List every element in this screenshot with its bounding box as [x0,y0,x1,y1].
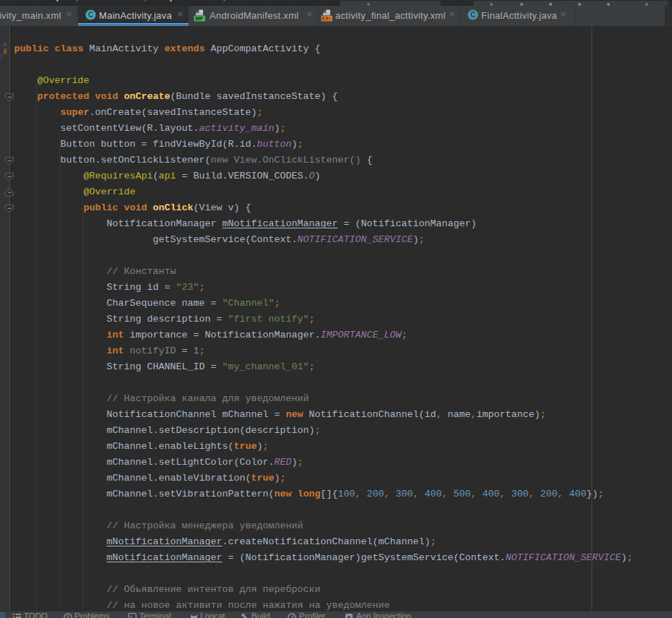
svg-text:MF: MF [196,15,204,22]
svg-text:C: C [87,11,92,19]
svg-text:C: C [470,11,475,19]
